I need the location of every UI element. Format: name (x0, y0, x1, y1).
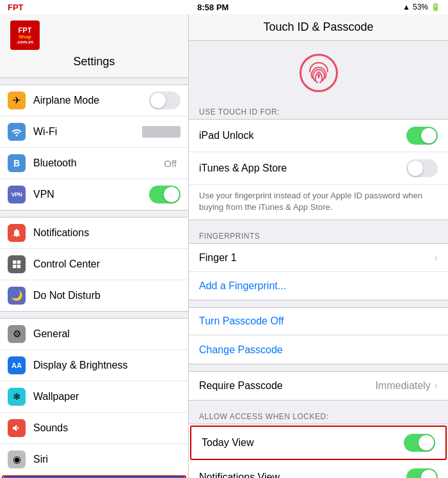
sidebar-item-wallpaper[interactable]: ❄ Wallpaper (0, 381, 188, 413)
finger1-chevron: › (435, 252, 438, 264)
status-right: ▲ 53% 🔋 (403, 3, 440, 12)
require-passcode-chevron: › (435, 380, 438, 392)
battery-level: 53% (413, 3, 428, 12)
require-passcode-label: Require Passcode (199, 380, 375, 392)
sidebar-section-connectivity: ✈ Airplane Mode Wi-Fi B Bluetooth Off V (0, 84, 188, 211)
general-label: General (33, 328, 180, 340)
fingerprint-icon (300, 54, 338, 92)
passcode-actions-group: Turn Passcode Off Change Passcode (189, 307, 448, 365)
wifi-label: Wi-Fi (33, 126, 142, 138)
sounds-label: Sounds (33, 422, 180, 434)
sounds-icon (8, 419, 26, 437)
sidebar-item-wifi[interactable]: Wi-Fi (0, 116, 188, 148)
notifications-view-row[interactable]: Notifications View (189, 461, 448, 478)
turn-passcode-off-link[interactable]: Turn Passcode Off (189, 308, 448, 335)
ipad-unlock-row[interactable]: iPad Unlock (189, 120, 448, 152)
change-passcode-row[interactable]: Change Passcode (189, 336, 448, 364)
use-touchid-label: USE TOUCH ID FOR: (189, 102, 448, 119)
display-icon: AA (8, 356, 26, 374)
fingerprints-label: FINGERPRINTS (189, 227, 448, 243)
status-left: FPT (8, 3, 24, 12)
donotdisturb-icon: 🌙 (8, 287, 26, 305)
right-header: Touch ID & Passcode (189, 14, 448, 41)
right-panel: Touch ID & Passcode USE TOUCH ID FOR: iP… (189, 14, 448, 478)
today-view-toggle[interactable] (404, 434, 435, 452)
siri-label: Siri (33, 454, 180, 465)
sidebar-item-siri[interactable]: ◉ Siri (0, 444, 188, 475)
itunes-toggle[interactable] (406, 159, 438, 177)
wifi-value (142, 126, 180, 138)
bluetooth-label: Bluetooth (33, 157, 164, 169)
logo-area: FPT Shop .com.vn (10, 20, 178, 50)
sidebar-section-3: ⚙ General AA Display & Brightness ❄ Wall… (0, 318, 188, 478)
wallpaper-icon: ❄ (8, 388, 26, 406)
itunes-row[interactable]: iTunes & App Store (189, 152, 448, 185)
wallpaper-label: Wallpaper (33, 391, 180, 402)
ipad-unlock-toggle[interactable] (406, 127, 438, 145)
fingerprint-area (189, 41, 448, 102)
finger1-row[interactable]: Finger 1 › (189, 244, 448, 272)
add-fingerprint-link[interactable]: Add a Fingerprint... (189, 273, 448, 299)
ipad-unlock-label: iPad Unlock (199, 130, 406, 141)
sidebar-item-display[interactable]: AA Display & Brightness (0, 350, 188, 381)
donotdisturb-label: Do Not Disturb (33, 290, 180, 301)
change-passcode-link[interactable]: Change Passcode (189, 337, 448, 363)
status-bar: FPT 8:58 PM ▲ 53% 🔋 (0, 0, 448, 14)
allow-access-group: Today View Notifications View (189, 424, 448, 478)
notifications-view-toggle[interactable] (406, 468, 438, 478)
add-fingerprint-row[interactable]: Add a Fingerprint... (189, 272, 448, 300)
signal-icon: ▲ (403, 3, 410, 12)
airplane-label: Airplane Mode (33, 95, 149, 106)
require-passcode-value: Immediately (375, 380, 430, 392)
sidebar-item-vpn[interactable]: VPN VPN (0, 179, 188, 210)
sidebar: FPT Shop .com.vn Settings ✈ Airplane Mod… (0, 14, 189, 478)
itunes-label: iTunes & App Store (199, 163, 406, 174)
touchid-group: iPad Unlock iTunes & App Store Use your … (189, 119, 448, 220)
controlcenter-label: Control Center (33, 259, 180, 270)
logo-text: FPT (8, 3, 24, 12)
airplane-icon: ✈ (8, 92, 26, 109)
bluetooth-icon: B (8, 154, 26, 172)
bluetooth-value: Off (164, 158, 177, 169)
today-view-highlight: Today View (190, 426, 447, 460)
sidebar-title: Settings (10, 50, 178, 71)
require-passcode-group: Require Passcode Immediately › (189, 371, 448, 401)
main-layout: FPT Shop .com.vn Settings ✈ Airplane Mod… (0, 14, 448, 478)
notifications-icon (8, 224, 26, 242)
controlcenter-icon (8, 255, 26, 273)
vpn-label: VPN (33, 189, 149, 200)
battery-icon: 🔋 (431, 3, 440, 12)
notifications-label: Notifications (33, 227, 180, 239)
logo-box: FPT Shop .com.vn (10, 20, 40, 50)
general-icon: ⚙ (8, 325, 26, 343)
notifications-view-label: Notifications View (199, 472, 406, 478)
finger1-label: Finger 1 (199, 252, 435, 264)
turn-passcode-off-row[interactable]: Turn Passcode Off (189, 308, 448, 336)
sidebar-item-airplane[interactable]: ✈ Airplane Mode (0, 85, 188, 116)
itunes-desc: Use your fingerprint instead of your App… (189, 185, 448, 219)
allow-access-label: ALLOW ACCESS WHEN LOCKED: (189, 407, 448, 424)
vpn-toggle[interactable] (149, 186, 180, 203)
sidebar-item-notifications[interactable]: Notifications (0, 218, 188, 249)
siri-icon: ◉ (8, 450, 26, 468)
sidebar-section-2: Notifications Control Center 🌙 Do Not Di… (0, 217, 188, 312)
today-view-row[interactable]: Today View (191, 427, 445, 459)
wifi-icon (8, 123, 26, 141)
right-title: Touch ID & Passcode (199, 20, 438, 34)
sidebar-item-donotdisturb[interactable]: 🌙 Do Not Disturb (0, 280, 188, 311)
fingerprints-group: Finger 1 › Add a Fingerprint... (189, 243, 448, 301)
sidebar-item-general[interactable]: ⚙ General (0, 319, 188, 350)
vpn-icon: VPN (8, 186, 26, 203)
today-view-label: Today View (202, 437, 404, 449)
airplane-toggle[interactable] (149, 92, 180, 109)
status-time: 8:58 PM (197, 3, 228, 12)
sidebar-header: FPT Shop .com.vn Settings (0, 14, 188, 78)
sidebar-item-bluetooth[interactable]: B Bluetooth Off (0, 148, 188, 179)
display-label: Display & Brightness (33, 360, 180, 371)
require-passcode-row[interactable]: Require Passcode Immediately › (189, 372, 448, 400)
sidebar-item-controlcenter[interactable]: Control Center (0, 249, 188, 280)
sidebar-item-sounds[interactable]: Sounds (0, 413, 188, 444)
